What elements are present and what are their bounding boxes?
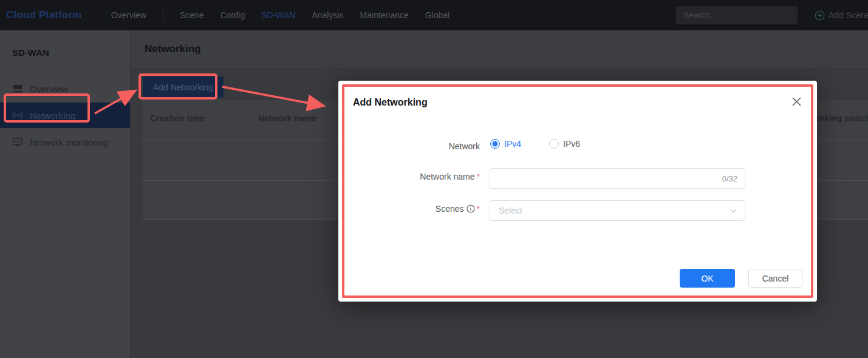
ok-button[interactable]: OK <box>680 269 735 288</box>
close-icon[interactable] <box>790 95 802 107</box>
search-box[interactable] <box>676 6 798 24</box>
sidebar-item-network-monitoring[interactable]: Network monitoring <box>0 129 130 155</box>
search-icon[interactable] <box>793 10 804 21</box>
nav-item-scene[interactable]: Scene <box>180 10 204 20</box>
modal-title: Add Networking <box>353 97 428 108</box>
nav-item-maintenance[interactable]: Maintenance <box>360 10 409 20</box>
sidebar-item-overview[interactable]: Overview <box>0 76 130 101</box>
nav-item-config[interactable]: Config <box>220 10 245 20</box>
char-counter: 0/32 <box>722 174 745 183</box>
add-networking-button[interactable]: Add Networking <box>143 76 224 98</box>
main-nav: Overview Scene Config SD-WAN Analysis Ma… <box>111 8 466 22</box>
ipv4-label[interactable]: IPv4 <box>504 139 521 149</box>
ipv6-label[interactable]: IPv6 <box>563 139 580 149</box>
add-scene-label: Add Scene <box>829 10 868 20</box>
network-label: Network <box>338 141 480 151</box>
select-placeholder: Select <box>490 206 730 215</box>
info-icon[interactable] <box>466 204 475 215</box>
required-asterisk: * <box>477 172 480 181</box>
scenes-label: Scenes* <box>338 204 480 215</box>
brand-logo: Cloud Platform <box>6 9 82 21</box>
network-name-field: 0/32 <box>490 168 745 189</box>
overview-icon <box>12 83 24 94</box>
sidebar-item-label: Network monitoring <box>30 137 108 147</box>
network-name-label: Network name* <box>338 172 480 181</box>
ipv4-radio[interactable] <box>490 139 500 149</box>
add-networking-modal: Add Networking Network IPv4 IPv6 Network… <box>338 81 817 302</box>
scenes-select[interactable]: Select <box>490 200 745 221</box>
sidebar: SD-WAN Overview <box>0 30 131 358</box>
search-input[interactable] <box>676 10 793 20</box>
add-scene-button[interactable]: Add Scene <box>815 0 868 30</box>
column-header-network-name: Network name <box>258 113 316 123</box>
column-header-creation-time: Creation time <box>150 113 204 123</box>
network-radio-group: IPv4 IPv6 <box>490 139 580 149</box>
sidebar-title: SD-WAN <box>0 30 130 58</box>
required-asterisk: * <box>477 204 480 214</box>
nav-item-overview[interactable]: Overview <box>111 10 146 20</box>
cancel-button[interactable]: Cancel <box>748 269 802 288</box>
page-header-band <box>131 30 868 69</box>
annotation-box-modal <box>342 84 813 298</box>
nav-item-sdwan[interactable]: SD-WAN <box>261 10 295 20</box>
sidebar-item-label: Networking <box>30 110 75 121</box>
network-name-input[interactable] <box>490 174 722 183</box>
ipv6-radio[interactable] <box>549 139 559 149</box>
page-title: Networking <box>145 43 201 55</box>
plus-circle-icon <box>815 10 825 21</box>
chevron-down-icon <box>730 207 745 215</box>
sidebar-item-label: Overview <box>30 84 68 94</box>
app-window: Cloud Platform Overview Scene Config SD-… <box>0 0 868 358</box>
sidebar-item-networking[interactable]: Networking <box>0 103 130 128</box>
top-navbar: Cloud Platform Overview Scene Config SD-… <box>0 0 868 30</box>
nav-item-analysis[interactable]: Analysis <box>312 10 343 20</box>
nav-divider <box>163 8 163 22</box>
broadcast-icon <box>12 110 24 121</box>
nav-item-global[interactable]: Global <box>425 10 449 20</box>
monitor-icon <box>12 137 24 147</box>
